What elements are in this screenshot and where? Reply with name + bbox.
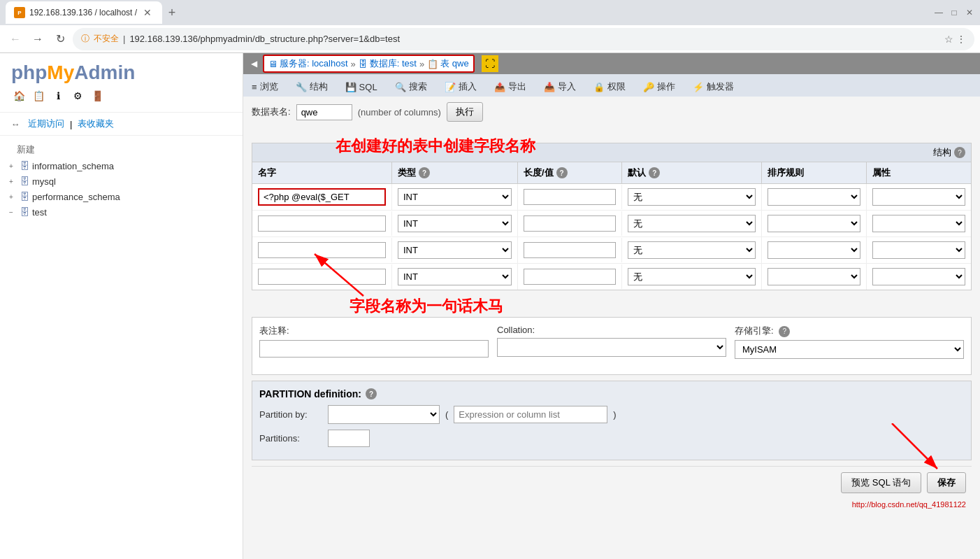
- partition-section: PARTITION definition: ? Partition by: HA…: [252, 381, 972, 460]
- bookmark-icon[interactable]: ☆: [944, 34, 953, 45]
- maximize-button[interactable]: □: [949, 8, 959, 17]
- menu-icon[interactable]: ⋮: [956, 34, 966, 45]
- field-name-input-3[interactable]: [258, 242, 386, 258]
- col-header-name: 名字: [252, 162, 392, 183]
- tab-import[interactable]: 📥 导入: [535, 76, 584, 97]
- field-type-select-4[interactable]: INT: [398, 268, 512, 285]
- field-attributes-select-4[interactable]: [872, 268, 965, 285]
- collation-select[interactable]: [497, 338, 726, 357]
- field-collation-select-4[interactable]: [768, 268, 860, 285]
- default-help-icon[interactable]: ?: [649, 167, 660, 178]
- sidebar-item-performance-schema[interactable]: + 🗄 performance_schema: [0, 189, 243, 204]
- tab-insert[interactable]: 📝 插入: [436, 76, 485, 97]
- table-name-input[interactable]: [296, 104, 352, 120]
- field-default-select-4[interactable]: 无: [628, 268, 756, 285]
- forward-button[interactable]: →: [28, 29, 48, 49]
- db-icon: 🗄: [20, 176, 29, 187]
- field-type-select-1[interactable]: INT VARCHAR TEXT: [398, 188, 512, 206]
- fields-section: 结构 ? 名字 类型 ?: [252, 143, 972, 290]
- fields-header: 结构 ?: [252, 143, 971, 162]
- field-name-input-4[interactable]: [258, 269, 386, 285]
- tab-structure[interactable]: 🔧 结构: [287, 76, 336, 97]
- breadcrumb-server[interactable]: 🖥 服务器: localhost: [268, 57, 348, 70]
- engine-help-icon[interactable]: ?: [779, 326, 790, 337]
- address-bar-container: ← → ↻ ⓘ 不安全 | 192.168.139.136/phpmyadmin…: [0, 25, 980, 53]
- bookmarks-link[interactable]: 表收藏夹: [78, 118, 114, 130]
- exit-icon[interactable]: 🚪: [89, 88, 105, 104]
- execute-button[interactable]: 执行: [447, 102, 483, 122]
- field-collation-select-2[interactable]: [768, 215, 860, 232]
- field-length-input-1[interactable]: [524, 189, 616, 205]
- field-attributes-select-2[interactable]: [872, 215, 965, 232]
- sidebar-item-test[interactable]: − 🗄 test: [0, 204, 243, 220]
- config-icon[interactable]: ⚙: [70, 88, 85, 104]
- length-help-icon[interactable]: ?: [556, 167, 568, 178]
- structure-help-icon[interactable]: ?: [954, 147, 965, 158]
- type-help-icon[interactable]: ?: [419, 167, 430, 178]
- field-collation-select-1[interactable]: [768, 188, 860, 206]
- tab-import-label: 导入: [558, 80, 576, 93]
- breadcrumb-db[interactable]: 🗄 数据库: test: [359, 57, 417, 70]
- tab-browse[interactable]: ≡ 浏览: [243, 76, 287, 97]
- tab-close-button[interactable]: ✕: [141, 6, 154, 19]
- table-comment-input[interactable]: [259, 340, 489, 358]
- field-name-input-2[interactable]: [258, 215, 386, 232]
- server-icon: 🖥: [268, 59, 278, 69]
- tab-search[interactable]: 🔍 搜索: [387, 76, 435, 97]
- table-name-row: 数据表名: (number of columns) 执行: [252, 102, 972, 122]
- sidebar-item-information-schema[interactable]: + 🗄 information_schema: [0, 158, 243, 174]
- tab-permissions[interactable]: 🔒 权限: [585, 76, 634, 97]
- tab-operations[interactable]: 🔑 操作: [635, 76, 684, 97]
- field-length-input-4[interactable]: [524, 269, 616, 285]
- fullscreen-button[interactable]: ⛶: [482, 55, 498, 72]
- sidebar: phpMyAdmin 🏠 📋 ℹ ⚙ 🚪 ↔ 近期访问 | 表收藏夹 新建: [0, 53, 243, 559]
- new-database-item[interactable]: 新建: [0, 141, 243, 158]
- back-button[interactable]: ←: [6, 29, 25, 49]
- home-icon[interactable]: 🏠: [11, 88, 27, 104]
- tab-sql[interactable]: 💾 SQL: [337, 76, 386, 97]
- field-attributes-cell-1: [867, 184, 971, 210]
- expand-icon: +: [6, 191, 17, 202]
- collapse-sidebar-button[interactable]: ◀: [246, 56, 261, 71]
- reload-button[interactable]: ↻: [50, 29, 70, 49]
- minimize-button[interactable]: —: [934, 8, 944, 17]
- storage-engine-label: 存储引擎: ?: [735, 325, 964, 337]
- sidebar-item-mysql[interactable]: + 🗄 mysql: [0, 174, 243, 189]
- recent-link[interactable]: 近期访问: [28, 118, 64, 130]
- save-btn-wrapper: 保存: [927, 472, 966, 493]
- window-controls: — □ ✕: [934, 8, 974, 17]
- field-name-input-1[interactable]: [258, 188, 386, 206]
- field-attributes-select-1[interactable]: [872, 188, 965, 206]
- address-bar[interactable]: ⓘ 不安全 | 192.168.139.136/phpmyadmin/db_st…: [73, 28, 974, 50]
- field-type-select-2[interactable]: INT VARCHAR: [398, 215, 512, 232]
- partition-by-select[interactable]: HASH KEY RANGE LIST: [328, 405, 440, 424]
- field-length-input-2[interactable]: [524, 215, 616, 232]
- partitions-input[interactable]: [328, 430, 370, 447]
- field-length-input-3[interactable]: [524, 242, 616, 258]
- field-default-select-1[interactable]: 无 NULL CURRENT_TIMESTAMP: [628, 188, 756, 206]
- field-collation-select-3[interactable]: [768, 241, 860, 259]
- field-attributes-select-3[interactable]: [872, 241, 965, 259]
- tab-export[interactable]: 📤 导出: [486, 76, 535, 97]
- table-row: INT 无: [252, 264, 971, 290]
- info-icon[interactable]: ℹ: [50, 88, 66, 104]
- sidebar-collapse-button[interactable]: ↔: [8, 117, 22, 131]
- breadcrumb-table[interactable]: 📋 表 qwe: [427, 57, 468, 70]
- field-default-cell-1: 无 NULL CURRENT_TIMESTAMP: [622, 184, 762, 210]
- browser-tab[interactable]: P 192.168.139.136 / localhost / ✕: [6, 1, 162, 24]
- expression-input[interactable]: [454, 406, 607, 423]
- partition-help-icon[interactable]: ?: [366, 388, 377, 399]
- close-button[interactable]: ✕: [965, 8, 974, 17]
- col-name-label: 名字: [258, 167, 276, 179]
- sidebar-nav: ↔ 近期访问 | 表收藏夹: [0, 113, 243, 136]
- field-name-cell-2: [252, 211, 392, 236]
- tab-browse-label: 浏览: [260, 80, 278, 93]
- col-collation-label: 排序规则: [768, 167, 804, 179]
- field-default-select-3[interactable]: 无: [628, 241, 756, 259]
- settings-icon[interactable]: 📋: [31, 88, 46, 104]
- field-default-select-2[interactable]: 无: [628, 215, 756, 232]
- storage-engine-select[interactable]: MyISAM InnoDB: [735, 340, 964, 359]
- tab-triggers[interactable]: ⚡ 触发器: [684, 76, 742, 97]
- new-tab-button[interactable]: +: [162, 3, 182, 22]
- field-type-select-3[interactable]: INT: [398, 241, 512, 259]
